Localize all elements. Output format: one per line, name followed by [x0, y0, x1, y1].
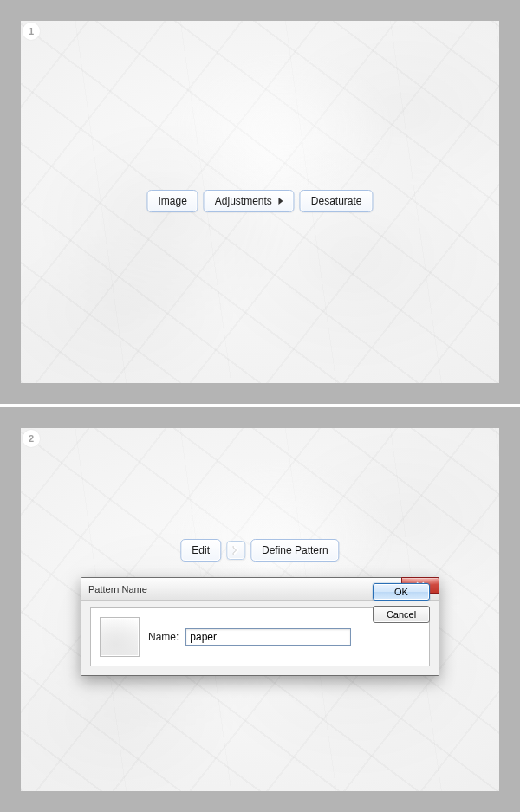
step-badge-2: 2 — [23, 430, 40, 447]
step-panel-1: 1 Image Adjustments Desaturate — [0, 0, 520, 404]
name-label: Name: — [148, 631, 179, 643]
dialog-title: Pattern Name — [88, 584, 147, 594]
menu-image-label: Image — [158, 195, 186, 207]
step-panel-2: 2 Edit Define Pattern Pa — [0, 407, 520, 812]
menu-define-pattern-button[interactable]: Define Pattern — [250, 539, 340, 562]
pattern-name-dialog: Pattern Name OK Cancel — [81, 577, 439, 676]
cancel-button[interactable]: Cancel — [373, 606, 430, 623]
chevron-right-icon — [232, 546, 239, 555]
paper-texture-canvas-2: Edit Define Pattern Pattern Name — [21, 428, 499, 791]
menu-breadcrumb-2: Edit Define Pattern — [180, 539, 339, 562]
name-input[interactable] — [185, 628, 351, 646]
menu-define-pattern-label: Define Pattern — [262, 544, 328, 556]
dialog-body: OK Cancel Name: — [81, 601, 439, 675]
dialog-button-column: OK Cancel — [373, 583, 430, 623]
pattern-thumbnail — [100, 617, 140, 657]
menu-image-button[interactable]: Image — [146, 190, 198, 212]
breadcrumb-chevron — [226, 541, 245, 560]
menu-desaturate-label: Desaturate — [311, 195, 362, 207]
paper-texture-canvas-1: Image Adjustments Desaturate — [21, 21, 499, 383]
step-badge-1: 1 — [23, 23, 40, 40]
menu-adjustments-label: Adjustments — [215, 195, 272, 207]
chevron-right-icon — [279, 198, 283, 205]
ok-button[interactable]: OK — [373, 583, 430, 601]
menu-adjustments-button[interactable]: Adjustments — [204, 190, 295, 212]
menu-edit-label: Edit — [192, 544, 210, 556]
menu-breadcrumb-1: Image Adjustments Desaturate — [146, 190, 373, 212]
name-field-row: Name: — [148, 628, 420, 646]
menu-desaturate-button[interactable]: Desaturate — [300, 190, 374, 212]
menu-edit-button[interactable]: Edit — [180, 539, 221, 562]
